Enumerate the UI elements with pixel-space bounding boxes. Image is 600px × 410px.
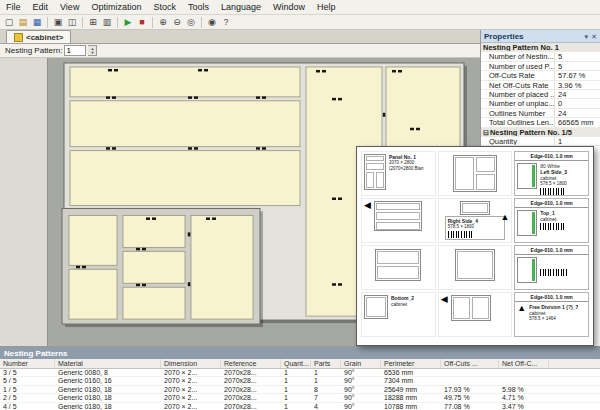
property-row[interactable]: ⊟Net Off-Cuts Rate 3.96 % [481, 81, 600, 90]
tab-cabinet[interactable]: <cabinet> [6, 30, 71, 43]
edge-banding-indicator [532, 212, 535, 234]
table-row[interactable]: 4 / 5 Generic 0180, 18 2070 × 2... 2070x… [0, 403, 600, 410]
part-diagram [517, 163, 537, 189]
menu-language[interactable]: Language [215, 1, 267, 13]
property-row[interactable]: ⊟Number of placed ... 24 [481, 90, 600, 99]
property-row[interactable]: ⊟Off-Cuts Rate 57.67 % [481, 71, 600, 80]
settings-icon[interactable]: ◉ [206, 16, 219, 29]
arrow-left-icon: ◀ [441, 295, 448, 304]
column-perimeter[interactable]: Perimeter [381, 359, 441, 368]
nested-part[interactable] [70, 67, 300, 97]
property-value: 1 [555, 137, 600, 145]
menu-file[interactable]: File [0, 1, 27, 13]
table-row[interactable]: 5 / 5 Generic 0160, 16 2070 × 2... 2070x… [0, 377, 600, 385]
tab-label: <cabinet> [26, 33, 63, 42]
property-row[interactable]: ⊟Number of used P... 5 [481, 62, 600, 71]
property-row[interactable]: ⊟Nesting Pattern No. 1/5 [481, 128, 600, 137]
nested-part[interactable] [70, 151, 300, 206]
nesting-pattern-input[interactable] [64, 45, 86, 56]
column-reference[interactable]: Reference [221, 359, 281, 368]
labels-preview-window[interactable]: Panel No. 1 2070 × 2800 (2070×2800 Blan … [356, 146, 594, 346]
nesting-patterns-title: Nesting Patterns [4, 349, 68, 358]
zoom-fit-icon[interactable]: ◎ [185, 16, 198, 29]
nested-part[interactable] [123, 215, 185, 247]
collapse-icon[interactable]: ⊟ [483, 129, 489, 136]
part-dims: 578.5 × 1464 [529, 316, 578, 322]
menu-bar: File Edit View Optimization Stock Tools … [0, 0, 600, 15]
column-quantity[interactable]: Quant... [281, 359, 311, 368]
spinner-buttons[interactable]: ▲▼ [88, 45, 97, 56]
label-cell-diagram [438, 245, 513, 290]
run-optimization-icon[interactable]: ▶ [122, 16, 135, 29]
zoom-in-icon[interactable]: ⊕ [157, 16, 170, 29]
label-card-left-side: Edge-010, 1.0 mm 80 White Left Side_3 ca… [514, 151, 589, 196]
table-row[interactable]: 2 / 5 Generic 0180, 18 2070 × 2... 2070x… [0, 394, 600, 402]
print-preview-icon[interactable]: ◫ [66, 16, 79, 29]
close-icon[interactable]: ✕ [591, 33, 597, 40]
property-value: 5 [555, 52, 600, 60]
chevron-down-icon[interactable]: ▾ [585, 33, 589, 40]
menu-help[interactable]: Help [311, 1, 342, 13]
column-grain[interactable]: Grain [341, 359, 381, 368]
nested-part[interactable] [69, 269, 117, 319]
print-icon[interactable]: ▣ [52, 16, 65, 29]
menu-tools[interactable]: Tools [182, 1, 215, 13]
help-icon[interactable]: ? [220, 16, 233, 29]
main-toolbar: ▢ ▤ ▦ ▣ ◫ ⊞ ▥ ▶ ■ ⊕ ⊖ ◎ [0, 15, 600, 30]
nested-part[interactable] [70, 101, 300, 147]
new-icon[interactable]: ▢ [3, 16, 16, 29]
pattern-toolbar: Nesting Pattern: ▲▼ [0, 44, 480, 58]
zoom-out-icon[interactable]: ⊖ [171, 16, 184, 29]
properties-title: Properties [484, 32, 524, 41]
label-cell-diagram: ◀ [438, 292, 513, 337]
nested-part[interactable] [69, 215, 117, 265]
menu-edit[interactable]: Edit [27, 1, 55, 13]
open-icon[interactable]: ▤ [17, 16, 30, 29]
column-net-offcuts[interactable]: Net Off-C... [499, 359, 549, 368]
label-cell-diagram [438, 151, 513, 196]
menu-optimization[interactable]: Optimization [85, 1, 147, 13]
edge-banding-header: Edge-010, 1.0 mm [515, 293, 588, 302]
property-label: Number of used P... [489, 62, 555, 70]
part-dims: 578.5 × 1800 [540, 181, 567, 187]
labels-icon[interactable]: ⊞ [87, 16, 100, 29]
spinner-down-icon[interactable]: ▼ [90, 51, 94, 55]
property-label: Off-Cuts Rate [489, 71, 535, 79]
column-dimension[interactable]: Dimension [161, 359, 221, 368]
property-row[interactable]: ⊟Total Outlines Len... 66565 mm [481, 118, 600, 127]
column-offcuts[interactable]: Off-Cuts ... [441, 359, 499, 368]
menu-window[interactable]: Window [267, 1, 311, 13]
menu-stock[interactable]: Stock [147, 1, 182, 13]
nested-part[interactable] [123, 287, 185, 319]
label-cell-diagram [361, 245, 436, 290]
property-row[interactable]: ⊟Nesting Pattern No. 1 [481, 43, 600, 52]
part-diagram [517, 210, 537, 236]
table-body: 3 / 5 Generic 0080, 8 2070 × 2... 2070x2… [0, 369, 600, 410]
property-label: Nesting Pattern No. 1 [483, 43, 559, 51]
column-material[interactable]: Material [55, 359, 161, 368]
property-row[interactable]: ⊟Number of Nestin... 5 [481, 52, 600, 61]
stop-icon[interactable]: ■ [136, 16, 149, 29]
report-icon[interactable]: ▥ [101, 16, 114, 29]
nested-part[interactable] [123, 251, 185, 283]
property-row[interactable]: ⊟Number of unplac... 0 [481, 99, 600, 108]
save-icon[interactable]: ▦ [31, 16, 44, 29]
property-row[interactable]: ⊟Quantity 1 [481, 137, 600, 146]
arrow-left-icon: ◀ [364, 201, 371, 210]
arrow-up-icon: ▲ [517, 304, 526, 322]
property-value: 24 [555, 109, 600, 117]
property-row[interactable]: ⊟Outlines Number 24 [481, 109, 600, 118]
menu-view[interactable]: View [54, 1, 85, 13]
panel-label-dims: 2070 × 2800 (2070×2800 Blan [389, 160, 433, 172]
part-diagram [517, 257, 537, 283]
nested-part[interactable] [191, 215, 253, 319]
property-label: Quantity [489, 137, 517, 145]
barcode [540, 223, 566, 230]
column-number[interactable]: Number [0, 359, 55, 368]
document-icon [14, 33, 23, 42]
table-row[interactable]: 1 / 5 Generic 0180, 18 2070 × 2... 2070x… [0, 386, 600, 394]
property-label: Number of Nestin... [489, 52, 554, 60]
column-parts[interactable]: Parts [311, 359, 341, 368]
edge-banding-header: Edge-010, 1.0 mm [515, 246, 588, 255]
table-row[interactable]: 3 / 5 Generic 0080, 8 2070 × 2... 2070x2… [0, 369, 600, 377]
